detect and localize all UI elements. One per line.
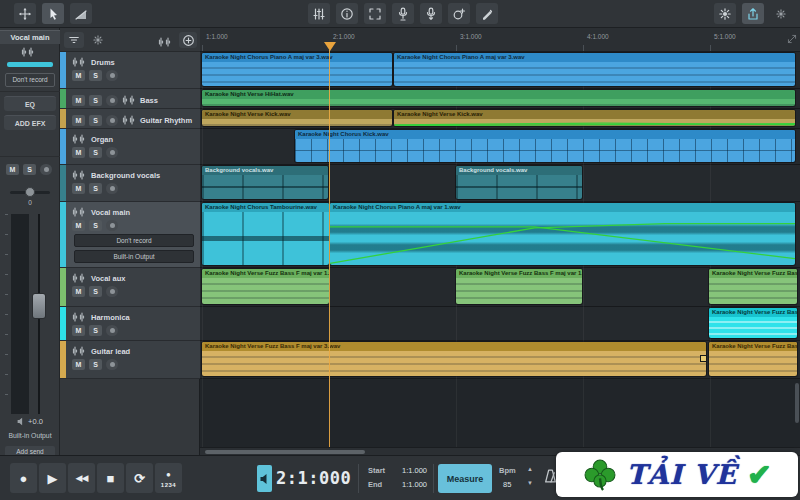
end-value[interactable]: 1:1.000 [402, 480, 427, 489]
solo-button[interactable]: S [89, 325, 102, 336]
move-tool-button[interactable] [14, 3, 36, 24]
grid-button[interactable] [308, 3, 330, 24]
ruler-zoom-icon[interactable] [787, 34, 797, 44]
clip-edit-handle[interactable] [700, 355, 706, 362]
audio-clip[interactable]: Karaoke Night Verse Fuzz Bass F maj var … [202, 269, 329, 304]
speaker-icon [17, 417, 25, 426]
mute-button[interactable]: M [72, 220, 85, 231]
vertical-scrollbar-thumb[interactable] [795, 383, 799, 423]
solo-button[interactable]: S [89, 286, 102, 297]
track-row[interactable]: Guitar leadMS [60, 341, 200, 379]
record-arm-button[interactable] [106, 286, 118, 297]
track-row[interactable]: Vocal auxMS [60, 268, 200, 307]
mute-button[interactable]: M [72, 286, 85, 297]
record-button[interactable]: ● [10, 463, 37, 493]
audio-clip[interactable]: Karaoke Night Chorus Kick.wav [295, 130, 795, 162]
mic-monitor-button[interactable] [420, 3, 442, 24]
time-display[interactable]: 2:1:000 [276, 468, 354, 488]
track-io-selector[interactable]: Built-in Output [74, 250, 194, 263]
play-button[interactable]: ▶ [39, 463, 66, 493]
download-badge[interactable]: TẢI VỀ ✔ [556, 452, 798, 497]
record-arm-button[interactable] [106, 70, 118, 81]
audio-clip[interactable]: Karaoke Night Verse Fuzz Bass F maj var … [202, 342, 706, 376]
audio-clip[interactable]: Karaoke Night Verse Fuzz Bass F maj var … [456, 269, 582, 304]
expand-button[interactable] [364, 3, 386, 24]
record-arm-button[interactable] [106, 325, 118, 336]
audio-clip[interactable]: Karaoke Night Verse Fuzz Bass F maj var … [709, 269, 797, 304]
track-row[interactable]: Vocal mainMSDon't recordBuilt-in Output [60, 202, 200, 268]
pencil-button[interactable] [476, 3, 498, 24]
fader-scale [5, 214, 8, 414]
solo-button[interactable]: S [89, 147, 102, 158]
record-arm-button[interactable] [106, 359, 118, 370]
solo-button[interactable]: S [89, 183, 102, 194]
mute-button[interactable]: M [72, 183, 85, 194]
mute-button[interactable]: M [72, 70, 85, 81]
stop-button[interactable]: ■ [97, 463, 124, 493]
mute-button[interactable]: M [72, 325, 85, 336]
track-row[interactable]: MSGuitar Rhythm [60, 109, 200, 129]
audio-clip[interactable]: Karaoke Night Verse Kick.wav [202, 110, 392, 126]
audio-clip[interactable]: Karaoke Night Chorus Piano A maj var 3.w… [202, 53, 392, 86]
eq-button[interactable]: EQ [4, 96, 56, 111]
pan-knob[interactable] [25, 187, 35, 197]
solo-button[interactable]: S [89, 359, 102, 370]
scrollbar-thumb[interactable] [205, 450, 365, 454]
audio-clip[interactable]: Karaoke Night Chorus Tambourine.wav [202, 203, 329, 265]
audio-clip[interactable]: Karaoke Night Verse Kick.wav [394, 110, 795, 126]
solo-button[interactable]: S [89, 220, 102, 231]
record-arm-button[interactable] [106, 220, 118, 231]
snap-gear-button[interactable] [714, 3, 736, 24]
track-row[interactable]: MSBass [60, 89, 200, 109]
add-efx-button[interactable]: ADD EFX [4, 115, 56, 130]
audio-clip[interactable]: Karaoke Night Verse HiHat.wav [202, 90, 795, 106]
bpm-up-button[interactable]: ▲ [527, 466, 533, 472]
record-arm-button[interactable] [106, 183, 118, 194]
mute-button[interactable]: M [72, 95, 85, 106]
track-io-selector[interactable]: Don't record [74, 234, 194, 247]
audio-clip[interactable]: Background vocals.wav [456, 166, 582, 199]
gear-icon[interactable] [92, 34, 104, 46]
track-row[interactable]: HarmonicaMS [60, 307, 200, 341]
record-mode-button[interactable]: Don't record [5, 73, 55, 87]
solo-button[interactable]: S [23, 164, 36, 175]
mute-button[interactable]: M [72, 359, 85, 370]
record-arm-button[interactable] [106, 115, 118, 126]
info-button[interactable] [336, 3, 358, 24]
audio-clip[interactable]: Karaoke Night Verse Fuzz Bass F maj var … [709, 342, 797, 376]
volume-fader-handle[interactable] [32, 293, 46, 319]
loop-button[interactable]: ⟳ [126, 463, 153, 493]
track-row[interactable]: OrganMS [60, 129, 200, 165]
record-arm-button[interactable] [106, 95, 118, 106]
measure-mode-button[interactable]: Measure [438, 464, 492, 493]
cursor-tool-button[interactable] [42, 3, 64, 24]
count-button[interactable]: ●1234 [155, 463, 182, 493]
add-track-button[interactable] [179, 32, 197, 48]
mute-button[interactable]: M [72, 147, 85, 158]
mute-button[interactable]: M [6, 164, 19, 175]
record-arm-button[interactable] [106, 147, 118, 158]
fade-tool-button[interactable] [70, 3, 92, 24]
audio-clip[interactable]: Karaoke Night Chorus Piano A maj var 3.w… [394, 53, 795, 86]
track-filter-button[interactable] [64, 32, 84, 48]
mute-button[interactable]: M [72, 115, 85, 126]
solo-button[interactable]: S [89, 70, 102, 81]
share-button[interactable] [742, 3, 764, 24]
record-arm-button[interactable] [40, 164, 52, 175]
solo-button[interactable]: S [89, 115, 102, 126]
audio-clip[interactable]: Background vocals.wav [202, 166, 328, 199]
rewind-button[interactable]: ◀◀ [68, 463, 95, 493]
audio-clip[interactable]: Karaoke Night Chorus Piano A maj var 1.w… [330, 203, 795, 265]
audition-button[interactable] [257, 465, 272, 492]
track-row[interactable]: Background vocalsMS [60, 165, 200, 202]
bpm-value[interactable]: 85 [503, 480, 511, 489]
mic-record-button[interactable] [392, 3, 414, 24]
bpm-down-button[interactable]: ▼ [527, 480, 533, 486]
solo-button[interactable]: S [89, 95, 102, 106]
timeline-ruler[interactable]: 1:1.0002:1.0003:1.0004:1.0005:1.000 [200, 28, 800, 52]
start-value[interactable]: 1:1.000 [402, 466, 427, 475]
track-row[interactable]: DrumsMS [60, 52, 200, 89]
audio-clip[interactable]: Karaoke Night Verse Fuzz Bass F maj var … [709, 308, 797, 338]
plugin-add-button[interactable] [448, 3, 470, 24]
settings-gear-button[interactable] [770, 3, 792, 24]
